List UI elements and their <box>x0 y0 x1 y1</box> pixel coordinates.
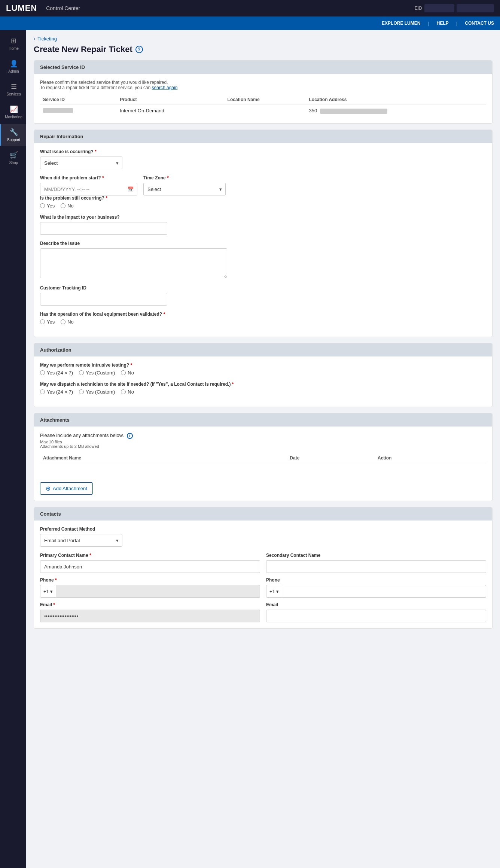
selected-service-section: Selected Service ID Please confirm the s… <box>34 60 493 124</box>
date-group: When did the problem start? * 📅 <box>40 175 137 195</box>
phone-secondary-input[interactable] <box>282 585 486 598</box>
help-icon[interactable]: ? <box>135 46 143 53</box>
explore-lumen-link[interactable]: EXPLORE LUMEN <box>382 21 420 26</box>
validated-yes-radio[interactable] <box>40 319 45 324</box>
sidebar-label-home: Home <box>9 46 19 51</box>
breadcrumb[interactable]: ‹ Ticketing <box>34 36 493 42</box>
add-attachment-circle-icon: ⊕ <box>46 485 51 492</box>
email-secondary-input[interactable] <box>266 610 486 622</box>
date-label: When did the problem start? * <box>40 175 137 180</box>
intrusive-247-label[interactable]: Yes (24 × 7) <box>40 370 73 376</box>
attachments-note: Please include any attachments below. i … <box>40 433 486 449</box>
col-service-id: Service ID <box>40 95 117 105</box>
occurring-no-label[interactable]: No <box>61 203 74 209</box>
repair-info-body: What issue is occurring? * Select ▾ When… <box>34 143 492 337</box>
service-note-line1: Please confirm the selected service that… <box>40 80 486 85</box>
app-title: Control Center <box>46 5 80 11</box>
shop-icon: 🛒 <box>10 151 18 159</box>
issue-select[interactable]: Select <box>40 157 122 169</box>
timezone-label: Time Zone * <box>143 175 226 180</box>
secondary-contact-input[interactable] <box>266 560 486 573</box>
divider1: | <box>428 21 429 26</box>
phone-primary-group: Phone * +1 ▾ <box>40 577 260 598</box>
contact-name-row: Primary Contact Name * Secondary Contact… <box>40 553 486 573</box>
contact-us-link[interactable]: CONTACT US <box>465 21 494 26</box>
impact-label: What is the impact to your business? <box>40 215 486 220</box>
validated-no-label[interactable]: No <box>61 319 74 325</box>
occurring-group: Is the problem still occurring? * Yes No <box>40 195 486 209</box>
describe-textarea[interactable] <box>40 248 227 278</box>
bottom-spacer <box>34 635 493 642</box>
sidebar-item-services[interactable]: ☰ Services <box>0 79 26 100</box>
sidebar-item-admin[interactable]: 👤 Admin <box>0 56 26 77</box>
phone-primary-label: Phone * <box>40 577 260 583</box>
occurring-yes-label[interactable]: Yes <box>40 203 55 209</box>
contacts-header: Contacts <box>34 507 492 521</box>
attachments-info-icon[interactable]: i <box>127 433 133 439</box>
validated-no-radio[interactable] <box>61 319 65 324</box>
primary-contact-input[interactable] <box>40 560 260 573</box>
dispatch-247-radio[interactable] <box>40 389 45 394</box>
sidebar-item-shop[interactable]: 🛒 Shop <box>0 147 26 169</box>
breadcrumb-arrow: ‹ <box>34 36 35 42</box>
sidebar-item-monitoring[interactable]: 📈 Monitoring <box>0 101 26 123</box>
eid-label: EID <box>415 6 422 11</box>
dispatch-custom-radio[interactable] <box>79 389 84 394</box>
help-link[interactable]: HELP <box>437 21 449 26</box>
support-icon: 🔧 <box>10 128 18 136</box>
sidebar-label-monitoring: Monitoring <box>5 115 22 119</box>
sidebar-label-support: Support <box>7 138 20 142</box>
intrusive-no-radio[interactable] <box>121 370 126 375</box>
product-cell: Internet On-Demand <box>117 105 224 118</box>
email-primary-input[interactable] <box>40 610 260 622</box>
eid-dropdown[interactable] <box>424 4 454 12</box>
attachments-body: Please include any attachments below. i … <box>34 427 492 501</box>
email-primary-label: Email * <box>40 602 260 607</box>
main-content: ‹ Ticketing Create New Repair Ticket ? S… <box>26 30 500 868</box>
sidebar-item-home[interactable]: ⊞ Home <box>0 33 26 54</box>
describe-group: Describe the issue <box>40 241 486 279</box>
nav-right: EID <box>415 0 500 16</box>
dispatch-radio-group: Yes (24 × 7) Yes (Custom) No <box>40 389 486 395</box>
intrusive-247-radio[interactable] <box>40 370 45 375</box>
attachments-header: Attachments <box>34 413 492 427</box>
eid-value[interactable] <box>457 4 494 12</box>
secondary-contact-group: Secondary Contact Name <box>266 553 486 573</box>
impact-input[interactable] <box>40 222 167 235</box>
phone-secondary-code[interactable]: +1 ▾ <box>266 585 282 598</box>
monitoring-icon: 📈 <box>10 105 18 113</box>
intrusive-custom-label[interactable]: Yes (Custom) <box>79 370 115 376</box>
dispatch-no-label[interactable]: No <box>121 389 134 395</box>
divider2: | <box>456 21 457 26</box>
location-name-cell <box>225 105 306 118</box>
attachments-note1: Please include any attachments below. i <box>40 433 486 439</box>
service-table: Service ID Product Location Name Locatio… <box>40 95 486 117</box>
date-input[interactable] <box>40 183 137 195</box>
tracking-input[interactable] <box>40 293 167 306</box>
preferred-contact-select[interactable]: Email and Portal Phone Email <box>40 534 122 547</box>
breadcrumb-link[interactable]: Ticketing <box>37 36 57 42</box>
intrusive-no-label[interactable]: No <box>121 370 134 376</box>
validated-yes-label[interactable]: Yes <box>40 319 55 325</box>
service-note-line2: To request a repair ticket for a differe… <box>40 85 486 90</box>
timezone-group: Time Zone * Select ▾ <box>143 175 226 195</box>
search-again-link[interactable]: search again <box>152 85 178 90</box>
occurring-no-radio[interactable] <box>61 203 65 208</box>
phone-primary-code[interactable]: +1 ▾ <box>40 585 56 598</box>
sidebar-item-support[interactable]: 🔧 Support <box>0 124 26 146</box>
email-primary-group: Email * <box>40 602 260 622</box>
timezone-select[interactable]: Select <box>143 183 226 195</box>
dispatch-247-label[interactable]: Yes (24 × 7) <box>40 389 73 395</box>
phone-primary-code-chevron: ▾ <box>50 589 53 594</box>
occurring-yes-radio[interactable] <box>40 203 45 208</box>
intrusive-custom-radio[interactable] <box>79 370 84 375</box>
phone-primary-input[interactable] <box>56 585 260 598</box>
date-timezone-row: When did the problem start? * 📅 Time Zon… <box>40 175 486 195</box>
authorization-header: Authorization <box>34 343 492 356</box>
dispatch-no-radio[interactable] <box>121 389 126 394</box>
intrusive-label: May we perform remote intrusive testing?… <box>40 362 486 368</box>
dispatch-custom-label[interactable]: Yes (Custom) <box>79 389 115 395</box>
add-attachment-button[interactable]: ⊕ Add Attachment <box>40 482 93 495</box>
intrusive-group: May we perform remote intrusive testing?… <box>40 362 486 376</box>
action-bar: EXPLORE LUMEN | HELP | CONTACT US <box>0 16 500 30</box>
